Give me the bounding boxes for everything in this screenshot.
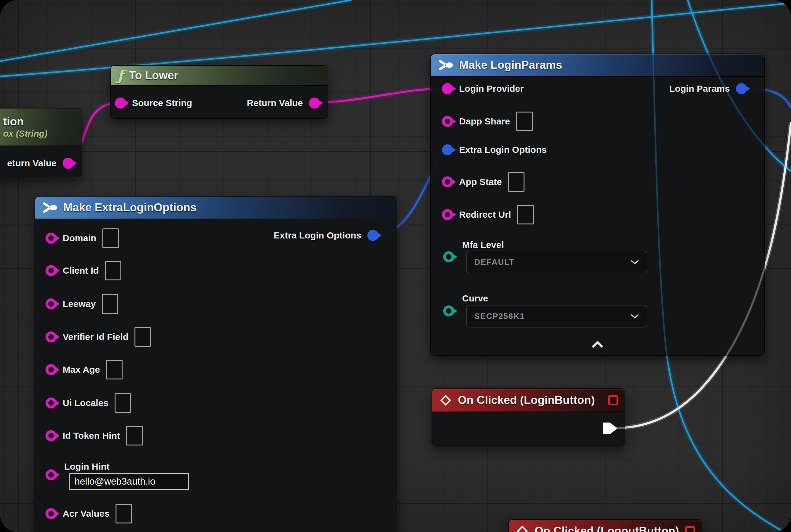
- pin-label-client-id: Client Id: [63, 265, 99, 276]
- mfa-level-value: DEFAULT: [474, 258, 515, 267]
- pin-label-ui-locales: Ui Locales: [63, 398, 109, 408]
- screenshot-frame: tion ox (String) eturn Value ƒ To Lower …: [0, 0, 791, 532]
- pin-label-source-string: Source String: [132, 98, 192, 108]
- app-state-value-field[interactable]: [508, 172, 524, 192]
- input-pin-extra-login-options[interactable]: [442, 144, 453, 155]
- pin-label-return-value: Return Value: [247, 98, 303, 108]
- output-pin-extra-login-options[interactable]: [367, 230, 379, 241]
- blueprint-graph[interactable]: tion ox (String) eturn Value ƒ To Lower …: [0, 0, 791, 532]
- node-title: Make LoginParams: [459, 59, 562, 72]
- node-subtitle: ox (String): [3, 129, 47, 139]
- pin-label-login-hint: Login Hint: [64, 461, 110, 472]
- pin-label-app-state: App State: [459, 177, 502, 187]
- curve-value: SECP256K1: [474, 311, 525, 321]
- dropdown-chevron-icon: [630, 259, 639, 265]
- pin-label-acr-values: Acr Values: [63, 509, 110, 519]
- input-pin-id-token-hint[interactable]: [45, 430, 57, 441]
- leeway-value-field[interactable]: [102, 294, 118, 314]
- pin-label-extra-login-options-out: Extra Login Options: [273, 230, 361, 241]
- bound-event-icon[interactable]: [608, 395, 618, 405]
- node-partial-header: tion ox (String): [0, 109, 82, 146]
- login-hint-input[interactable]: hello@web3auth.io: [70, 473, 189, 490]
- node-partial-function[interactable]: tion ox (String) eturn Value: [0, 108, 82, 177]
- bound-event-icon[interactable]: [685, 526, 695, 532]
- node-title: On Clicked (LogoutButton): [535, 525, 679, 532]
- input-pin-curve[interactable]: [443, 305, 454, 317]
- input-pin-ui-locales[interactable]: [45, 397, 57, 408]
- node-on-clicked-logout-button[interactable]: On Clicked (LogoutButton): [508, 519, 702, 532]
- event-icon: [516, 524, 529, 532]
- output-pin-return-value[interactable]: [309, 97, 320, 109]
- pin-label-login-params-out: Login Params: [669, 83, 730, 94]
- collapse-chevron-icon[interactable]: [591, 341, 604, 348]
- domain-value-field[interactable]: [102, 228, 119, 248]
- pin-label-verifier-id-field: Verifier Id Field: [63, 332, 128, 342]
- pin-label-return-value: eturn Value: [7, 158, 57, 169]
- input-pin-login-provider[interactable]: [442, 83, 453, 94]
- input-pin-mfa-level[interactable]: [443, 251, 454, 262]
- id-token-hint-value-field[interactable]: [126, 426, 143, 445]
- redirect-url-value-field[interactable]: [517, 205, 534, 224]
- verifier-id-value-field[interactable]: [134, 327, 151, 347]
- pin-label-max-age: Max Age: [63, 364, 100, 375]
- input-pin-acr-values[interactable]: [45, 508, 57, 519]
- input-pin-app-state[interactable]: [442, 176, 453, 187]
- mfa-level-dropdown[interactable]: DEFAULT: [466, 251, 647, 273]
- client-id-value-field[interactable]: [105, 261, 121, 280]
- node-on-clicked-login-button[interactable]: On Clicked (LoginButton): [431, 388, 625, 446]
- pin-label-curve: Curve: [462, 293, 488, 304]
- node-make-login-params[interactable]: Make LoginParams Login Params Login Prov…: [430, 54, 765, 356]
- node-title: To Lower: [129, 69, 178, 82]
- input-pin-client-id[interactable]: [45, 265, 57, 276]
- curve-dropdown[interactable]: SECP256K1: [466, 305, 647, 327]
- input-pin-dapp-share[interactable]: [442, 116, 453, 127]
- pin-label-extra-login-options: Extra Login Options: [459, 145, 547, 155]
- make-struct-icon: [438, 58, 454, 72]
- input-pin-domain[interactable]: [45, 233, 57, 244]
- pin-label-mfa-level: Mfa Level: [462, 240, 504, 250]
- node-header: On Clicked (LogoutButton): [509, 520, 702, 532]
- node-title: tion: [3, 115, 24, 128]
- pin-label-domain: Domain: [63, 233, 96, 243]
- output-pin-return-value[interactable]: [63, 158, 74, 169]
- dapp-share-value-field[interactable]: [516, 112, 533, 131]
- pin-label-dapp-share: Dapp Share: [459, 116, 510, 127]
- node-header: On Clicked (LoginButton): [432, 389, 625, 412]
- pin-label-id-token-hint: Id Token Hint: [63, 431, 120, 441]
- input-pin-source-string[interactable]: [115, 97, 126, 109]
- pin-label-redirect-url: Redirect Url: [459, 209, 511, 220]
- input-pin-leeway[interactable]: [45, 299, 57, 309]
- ui-locales-value-field[interactable]: [115, 393, 131, 413]
- input-pin-max-age[interactable]: [45, 364, 57, 375]
- max-age-value-field[interactable]: [106, 360, 122, 379]
- exec-pin-icon[interactable]: [602, 422, 618, 435]
- input-pin-verifier-id-field[interactable]: [45, 331, 57, 342]
- function-icon: ƒ: [117, 67, 123, 84]
- node-make-extra-login-options[interactable]: Make ExtraLoginOptions Extra Login Optio…: [35, 196, 397, 532]
- acr-values-value-field[interactable]: [116, 504, 132, 524]
- node-to-lower-header: ƒ To Lower: [111, 66, 328, 86]
- node-to-lower[interactable]: ƒ To Lower Source String Return Value: [110, 65, 328, 119]
- pin-label-login-provider: Login Provider: [459, 83, 524, 94]
- node-title: Make ExtraLoginOptions: [63, 201, 196, 214]
- node-header: Make ExtraLoginOptions: [35, 196, 397, 219]
- make-struct-icon: [42, 201, 58, 215]
- output-pin-login-params[interactable]: [736, 83, 747, 94]
- node-title: On Clicked (LoginButton): [458, 394, 595, 407]
- input-pin-login-hint[interactable]: [45, 469, 57, 480]
- event-icon: [439, 394, 452, 407]
- node-header: Make LoginParams: [431, 54, 764, 77]
- input-pin-redirect-url[interactable]: [442, 209, 453, 220]
- dropdown-chevron-icon: [630, 314, 639, 319]
- pin-label-leeway: Leeway: [63, 299, 96, 309]
